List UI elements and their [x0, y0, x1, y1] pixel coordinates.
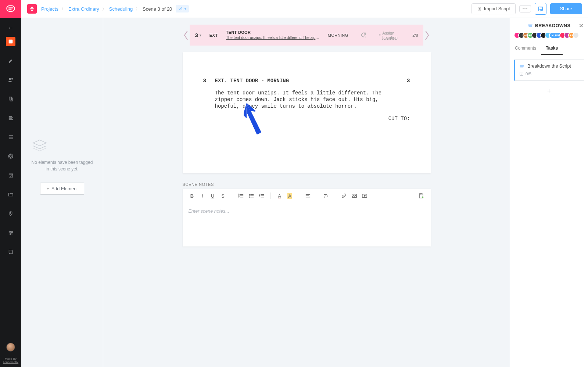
breadcrumb-project[interactable]: Extra Ordinary — [68, 6, 99, 12]
svg-rect-0 — [7, 6, 15, 11]
svg-point-14 — [11, 232, 12, 233]
underline-icon[interactable]: U — [208, 192, 217, 200]
svg-point-8 — [11, 156, 12, 156]
task-progress: 0/5 — [526, 72, 531, 76]
bold-icon[interactable]: B — [188, 192, 197, 200]
scene-notes-label: SCENE NOTES — [183, 182, 431, 187]
svg-text:3: 3 — [239, 196, 239, 198]
ol-icon[interactable]: 123 — [237, 192, 245, 200]
svg-point-3 — [11, 78, 12, 79]
highlight-icon[interactable]: A — [286, 192, 294, 200]
layers-icon — [32, 139, 93, 152]
calendar-nav-icon[interactable] — [6, 170, 15, 180]
scene-page-indicator: 2/8 — [412, 33, 418, 37]
rail-credit: Made By Leanometry — [0, 357, 21, 364]
script-scene-number-left: 3 — [203, 78, 215, 84]
breadcrumb-current: Scene 3 of 20 — [143, 6, 172, 12]
svg-point-9 — [10, 157, 11, 158]
collapse-arrow-icon[interactable]: ← — [8, 25, 14, 31]
pages-nav-icon[interactable] — [6, 94, 15, 104]
location-nav-icon[interactable] — [6, 209, 15, 218]
clear-format-icon[interactable]: T× — [322, 192, 330, 200]
svg-point-13 — [9, 231, 10, 232]
align-icon[interactable] — [304, 192, 312, 200]
breakdown-nav-icon[interactable] — [6, 37, 15, 46]
chevron-right-icon: 〉 — [136, 6, 140, 12]
video-icon[interactable] — [360, 192, 369, 200]
svg-rect-35 — [520, 72, 523, 76]
scene-notes-card: B I U S 123 A A T× — [183, 189, 431, 247]
more-button[interactable] — [519, 5, 531, 12]
share-button[interactable]: Share — [550, 3, 582, 14]
italic-icon[interactable]: I — [198, 192, 207, 200]
settings-nav-icon[interactable] — [6, 228, 15, 237]
comments-button[interactable] — [535, 3, 546, 15]
svg-point-10 — [9, 156, 10, 156]
svg-point-32 — [422, 197, 423, 198]
svg-point-19 — [526, 8, 527, 10]
checklist-icon[interactable] — [257, 192, 266, 200]
svg-point-17 — [523, 8, 524, 10]
svg-point-21 — [379, 35, 380, 35]
next-scene-arrow[interactable] — [423, 30, 431, 40]
elements-panel: No elements have been tagged in this sce… — [21, 18, 103, 367]
svg-point-29 — [353, 195, 354, 195]
tab-tasks[interactable]: Tasks — [541, 42, 563, 55]
strike-icon[interactable]: S — [219, 192, 227, 200]
save-notes-icon[interactable] — [417, 192, 426, 200]
scene-header-strip: 3▾ EXT TENT DOOR The tent door unzips. I… — [183, 25, 431, 46]
version-selector[interactable]: v1▾ — [176, 5, 189, 12]
cast-nav-icon[interactable] — [6, 75, 15, 84]
empty-text-line: No elements have been tagged — [32, 159, 93, 166]
svg-point-25 — [249, 194, 250, 195]
add-task-button[interactable]: + — [510, 85, 588, 97]
checkbox-icon — [519, 72, 524, 76]
folder-nav-icon[interactable] — [6, 190, 15, 199]
scene-title[interactable]: TENT DOOR The tent door unzips. It feels… — [226, 30, 320, 40]
user-avatar[interactable] — [6, 343, 15, 352]
breakdown-avatars[interactable]: ANRDKLMVBS — [510, 31, 588, 42]
docs-nav-icon[interactable] — [6, 247, 15, 256]
script-nav-icon[interactable] — [6, 113, 15, 123]
tab-comments[interactable]: Comments — [510, 42, 541, 55]
close-icon[interactable]: ✕ — [579, 22, 584, 29]
breadcrumb-scheduling[interactable]: Scheduling — [109, 6, 133, 12]
scene-time: MORNING — [328, 33, 348, 37]
elements-empty-state: No elements have been tagged in this sce… — [32, 139, 93, 195]
textcolor-icon[interactable]: A — [275, 192, 284, 200]
add-element-button[interactable]: +Add Element — [40, 183, 84, 195]
assign-location-link[interactable]: Assign Location — [379, 31, 399, 40]
breakdown-panel: BREAKDOWNS ✕ ANRDKLMVBS Comments Tasks B… — [510, 18, 588, 367]
link-icon[interactable] — [340, 192, 348, 200]
script-transition: CUT TO: — [203, 116, 410, 122]
app-logo[interactable] — [0, 0, 21, 18]
brand-rail: ← Made By Leanometry — [0, 0, 21, 367]
breadcrumb-projects[interactable]: Projects — [41, 6, 58, 12]
scene-ext-badge: EXT — [209, 33, 218, 37]
image-icon[interactable] — [350, 192, 359, 200]
task-card[interactable]: Breakdown the Script 0/5 — [514, 60, 584, 81]
svg-point-18 — [524, 8, 526, 10]
scene-notes-input[interactable]: Enter scene notes... — [183, 203, 431, 244]
edit-nav-icon[interactable] — [6, 56, 15, 65]
tag-icon[interactable] — [360, 32, 367, 39]
svg-rect-31 — [420, 194, 422, 195]
script-scene-number-right: 3 — [407, 78, 410, 84]
import-script-button[interactable]: Import Script — [472, 3, 516, 14]
module-icon[interactable] — [27, 4, 37, 14]
scene-number-dropdown[interactable]: 3▾ — [195, 32, 201, 38]
list-nav-icon[interactable] — [6, 132, 15, 142]
avatar[interactable] — [573, 32, 579, 39]
reel-nav-icon[interactable] — [6, 151, 15, 161]
ul-icon[interactable] — [247, 192, 256, 200]
svg-marker-34 — [247, 111, 261, 134]
annotation-cursor-icon — [244, 101, 264, 136]
chevron-right-icon: 〉 — [102, 6, 106, 12]
stage: 3▾ EXT TENT DOOR The tent door unzips. I… — [103, 18, 510, 367]
prev-scene-arrow[interactable] — [183, 30, 190, 40]
task-title: Breakdown the Script — [527, 64, 571, 69]
svg-rect-11 — [9, 174, 12, 177]
svg-point-26 — [249, 195, 250, 196]
script-action[interactable]: The tent door unzips. It feels a little … — [215, 90, 399, 110]
empty-text-line: in this scene yet. — [32, 166, 93, 172]
